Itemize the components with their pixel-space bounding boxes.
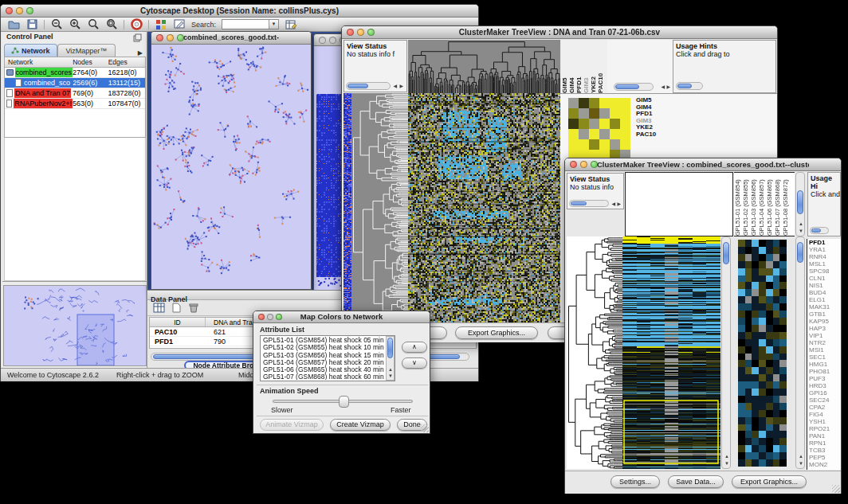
treeview2-titlebar[interactable]: ClusterMaker TreeView : combined_scores_… [565,158,841,171]
column-header-edges[interactable]: Edges [108,57,145,67]
settings-button[interactable]: Settings... [610,475,660,488]
tab-network[interactable]: Network [4,44,57,57]
save-data-button[interactable]: Save Data... [668,475,724,488]
attribute-list-scrollbar[interactable]: ▲ ▼ [386,336,395,381]
tv1-hints-scrollbar[interactable] [676,82,703,90]
network-overview-panel[interactable] [3,285,147,366]
tv2-hints-scrollbar[interactable] [810,227,829,234]
tv2-gene-label[interactable]: RPN1 [809,440,841,447]
export-graphics-button[interactable]: Export Graphics... [732,475,807,488]
attribute-list-item[interactable]: GPL51-03 (GSM856) heat shock 15 min [261,352,385,359]
help-lifering-icon[interactable] [130,18,143,30]
scroll-thumb[interactable] [811,229,821,232]
tv2-gene-label[interactable]: ELG1 [809,296,841,303]
zoom-out-icon[interactable] [50,18,63,30]
tv2-column-label[interactable]: GPL51-02 (GSM855) [742,173,750,236]
export-graphics-button[interactable]: Export Graphics... [455,326,538,339]
network-table-row[interactable]: combined_scores2764(0)16218(0) [5,68,145,78]
scroll-right-icon[interactable]: ▶ [617,201,621,206]
tv2-gene-label[interactable]: VIP1 [809,332,841,339]
tv1-gene-label[interactable]: PAC10 [636,131,656,139]
scroll-left-icon[interactable]: ◀ [661,84,665,89]
tv2-gene-label[interactable]: NIS1 [809,282,841,289]
scroll-thumb[interactable] [387,338,393,358]
tv2-gene-label[interactable]: PHO81 [809,368,841,375]
tv2-gene-label[interactable]: MSL1 [809,260,841,268]
network-table-row[interactable]: combined_sco2569(6)13112(15) [5,78,145,88]
move-down-button[interactable]: ∨ [402,357,427,369]
attribute-list-item[interactable]: GPL51-06 (GSM865) heat shock 40 min [261,366,385,373]
tv2-gene-label[interactable]: YSH1 [809,418,841,425]
move-up-button[interactable]: ∧ [402,342,427,353]
resize-grip[interactable] [832,485,840,493]
main-titlebar[interactable]: Cytoscape Desktop (Session Name: collins… [1,5,478,18]
minimize-button[interactable] [16,7,23,14]
tab-vizmapper[interactable]: VizMapper™ [57,44,116,57]
attribute-list-item[interactable]: GPL51-04 (GSM857) heat shock 20 min [261,359,385,366]
scroll-down-icon[interactable]: ▼ [724,461,729,466]
tv1-zoom-heatmap[interactable] [568,97,630,159]
treeview1-titlebar[interactable]: ClusterMaker TreeView : DNA and Tran 07-… [342,26,777,39]
scroll-up-icon[interactable]: ▲ [799,221,803,226]
animate-vizmap-button[interactable]: Animate Vizmap [260,419,324,431]
minimize-button[interactable] [329,37,336,44]
zoom-actual-icon[interactable] [87,18,100,30]
zoom-button[interactable] [276,314,282,320]
tv2-column-label[interactable]: GPL51-06 (GSM865) [766,173,774,236]
network1-titlebar[interactable]: combined_scores_good.txt--cluste... [151,32,311,45]
tv2-column-dendrogram-area[interactable] [625,172,733,236]
tv2-gene-label[interactable]: KAP95 [809,318,841,325]
tv2-column-label[interactable]: GPL51-01 (GSM854) [734,173,742,236]
tv1-row-dendrogram[interactable] [351,93,408,322]
scroll-thumb[interactable] [797,242,803,263]
create-vizmap-button[interactable]: Create Vizmap [330,419,391,431]
tv2-gene-label[interactable]: PUF3 [809,375,841,382]
tv2-gene-label[interactable]: TCB3 [809,447,841,454]
tv2-gene-label[interactable]: PFD1 [809,239,841,246]
vizmapper-icon[interactable] [155,18,167,30]
tv2-gene-label[interactable]: NTR2 [809,339,841,346]
close-button[interactable] [570,161,577,168]
data-column-id[interactable]: ID [150,318,206,326]
tv2-gene-label[interactable]: SPC98 [809,268,841,275]
column-header-network[interactable]: Network [5,57,73,67]
tv1-column-label[interactable]: GIM3 [583,40,590,93]
attribute-table-icon[interactable] [285,18,297,30]
tv2-gene-label[interactable]: SEC24 [809,397,841,404]
float-panel-icon[interactable] [131,32,143,44]
open-session-icon[interactable] [7,18,20,30]
save-session-icon[interactable] [26,18,38,30]
tv2-gene-label[interactable]: HMG1 [809,361,841,368]
close-button[interactable] [347,29,354,36]
scroll-up-icon[interactable]: ▲ [799,454,803,459]
tv2-column-label[interactable]: GPL51-07 (GSM868) [774,173,782,236]
tv2-gene-label[interactable]: BUD4 [809,289,841,296]
tv2-gene-label[interactable]: RPO21 [809,425,841,432]
tv1-overview-strip[interactable] [344,93,351,322]
dialog-titlebar[interactable]: Map Colors to Network [253,311,430,323]
network-view-1-canvas[interactable] [151,45,311,289]
tv2-gene-label[interactable]: CLN1 [809,275,841,282]
attribute-list-item[interactable]: GPL51-02 (GSM855) heat shock 10 min [261,344,385,351]
scroll-thumb[interactable] [677,84,692,88]
tv2-gene-label[interactable]: MON2 [809,461,841,468]
tv2-gene-label[interactable]: SEC1 [809,354,841,361]
scroll-thumb[interactable] [571,201,587,205]
zoom-in-icon[interactable] [69,18,81,30]
tv2-gene-label[interactable]: PAN1 [809,432,841,440]
tv2-gene-label[interactable]: GPI16 [809,389,841,397]
tv2-gene-label[interactable]: YRA1 [809,246,841,253]
tv2-detail-heatmap[interactable] [738,240,787,467]
animation-speed-slider[interactable] [273,400,413,403]
tv1-column-label[interactable]: PAC10 [597,40,604,93]
new-attribute-icon[interactable] [170,302,183,314]
scroll-thumb[interactable] [615,84,639,89]
minimize-button[interactable] [167,34,174,41]
tv1-status-scrollbar[interactable] [346,82,391,90]
minimize-button[interactable] [357,29,364,36]
network-table-row[interactable]: RNAPuberNov2+!563(0)107847(0) [5,99,145,109]
scroll-thumb[interactable] [347,84,368,88]
search-input[interactable]: ▼ [222,19,279,29]
tv2-global-heatmap[interactable] [622,236,720,469]
tv2-gene-label[interactable]: HRD3 [809,382,841,389]
